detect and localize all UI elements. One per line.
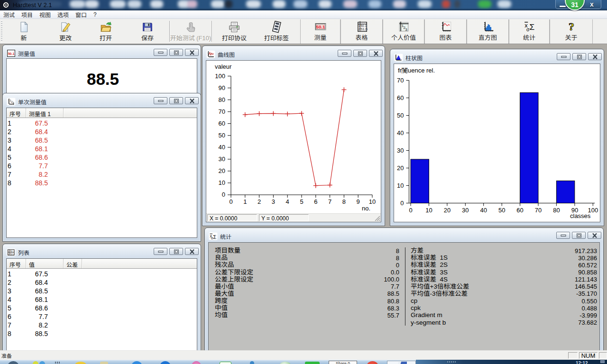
svg-text:20: 20 [397, 164, 404, 172]
svg-text:80: 80 [553, 207, 560, 214]
svg-text:40: 40 [397, 129, 404, 136]
svg-text:9: 9 [357, 198, 360, 205]
svg-text:50.1: 50.1 [10, 249, 15, 252]
svg-text:50: 50 [498, 207, 505, 214]
svg-text:10: 10 [369, 198, 376, 205]
svg-text:3: 3 [13, 101, 14, 104]
svg-text:60: 60 [397, 94, 404, 101]
svg-text:50: 50 [219, 132, 225, 139]
svg-text:7: 7 [328, 198, 331, 205]
svg-text:4: 4 [286, 198, 289, 205]
svg-text:40: 40 [480, 207, 487, 214]
svg-text:70: 70 [535, 207, 542, 214]
svg-text:50.1: 50.1 [8, 52, 15, 55]
svg-text:2: 2 [8, 253, 9, 255]
svg-text:70: 70 [397, 77, 404, 84]
svg-text:?: ? [569, 20, 574, 33]
svg-text:3: 3 [272, 198, 275, 205]
svg-text:fr闠uence rel.: fr闠uence rel. [398, 65, 435, 74]
svg-text:5: 5 [300, 198, 303, 205]
svg-text:2: 2 [358, 27, 360, 31]
svg-text:60: 60 [516, 207, 523, 214]
svg-text:valeur: valeur [215, 63, 232, 70]
svg-text:1: 1 [358, 24, 360, 27]
svg-text:50.1: 50.1 [316, 24, 325, 29]
svg-text:80: 80 [219, 96, 225, 103]
svg-text:30: 30 [462, 207, 469, 214]
svg-text:6: 6 [314, 198, 317, 205]
svg-text:60: 60 [219, 120, 225, 127]
svg-text:10: 10 [219, 179, 225, 186]
svg-text:0: 0 [409, 207, 412, 214]
svg-text:1: 1 [8, 249, 9, 252]
svg-text:3: 3 [405, 27, 407, 32]
svg-text:10: 10 [425, 207, 432, 214]
svg-text:90: 90 [219, 84, 225, 91]
svg-text:10: 10 [397, 182, 404, 189]
svg-text:30: 30 [397, 147, 404, 154]
svg-text:0: 0 [222, 191, 225, 198]
svg-text:1: 1 [243, 198, 247, 205]
svg-text:20: 20 [219, 167, 225, 174]
svg-text:0: 0 [400, 200, 404, 207]
svg-text:classes: classes [570, 212, 591, 219]
svg-text:100: 100 [215, 73, 225, 80]
svg-text:0: 0 [229, 198, 232, 205]
svg-text:Σ: Σ [530, 22, 535, 32]
svg-text:no.: no. [362, 205, 370, 212]
svg-text:2: 2 [258, 198, 261, 205]
svg-text:30: 30 [219, 155, 225, 163]
svg-text:40: 40 [219, 144, 225, 151]
svg-text:50: 50 [397, 112, 404, 119]
svg-text:50.1: 50.1 [360, 24, 367, 27]
svg-text:53.2: 53.2 [10, 253, 15, 255]
svg-text:8: 8 [342, 198, 346, 205]
svg-text:Σ: Σ [213, 234, 217, 239]
svg-text:20: 20 [444, 207, 451, 214]
svg-text:53.2›: 53.2› [360, 27, 368, 31]
svg-text:70: 70 [219, 108, 225, 115]
